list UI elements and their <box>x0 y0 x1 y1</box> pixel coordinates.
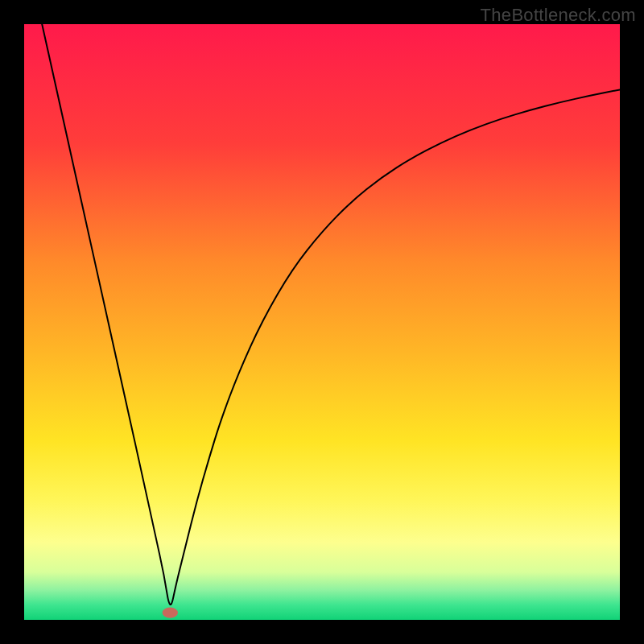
chart-plot-area <box>24 24 620 620</box>
watermark-text: TheBottleneck.com <box>481 5 636 26</box>
chart-svg <box>24 24 620 620</box>
min-marker <box>163 607 178 617</box>
chart-background <box>24 24 620 620</box>
chart-frame: TheBottleneck.com <box>0 0 644 644</box>
